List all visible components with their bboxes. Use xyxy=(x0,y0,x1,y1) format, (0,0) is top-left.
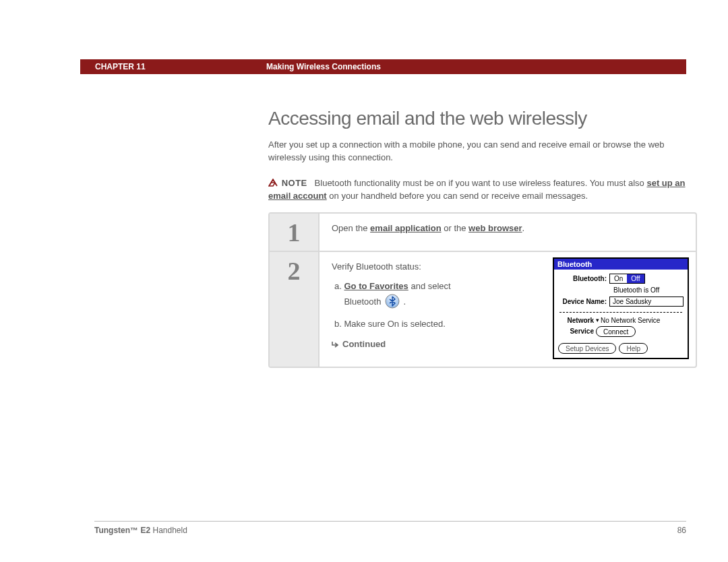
web-browser-link[interactable]: web browser xyxy=(468,223,522,233)
verify-text: Verify Bluetooth status: xyxy=(332,261,500,272)
go-to-favorites-link[interactable]: Go to Favorites xyxy=(344,281,408,291)
bluetooth-toggle-label: Bluetooth: xyxy=(558,275,609,282)
product-name-bold: Tungsten™ E2 xyxy=(94,526,150,535)
intro-paragraph: After you set up a connection with a mob… xyxy=(268,139,697,164)
toggle-off[interactable]: Off xyxy=(627,274,644,283)
note-text-before: Bluetooth functionality must be on if yo… xyxy=(315,178,647,188)
step-1-row: 1 Open the email application or the web … xyxy=(270,214,696,252)
step-1-text-before: Open the xyxy=(332,223,370,233)
bluetooth-panel: Bluetooth Bluetooth: OnOff Bluetooth is … xyxy=(553,257,689,359)
note-icon xyxy=(268,177,278,185)
step-1-mid: or the xyxy=(442,223,468,233)
device-name-field[interactable]: Joe Sadusky xyxy=(609,296,684,307)
bluetooth-status-text: Bluetooth is Off xyxy=(558,286,684,294)
page-number: 86 xyxy=(677,526,686,535)
device-name-label: Device Name: xyxy=(558,298,609,305)
page-heading: Accessing email and the web wirelessly xyxy=(268,108,697,129)
connect-button[interactable]: Connect xyxy=(596,326,636,337)
note-label: NOTE xyxy=(282,178,307,188)
help-button[interactable]: Help xyxy=(619,343,648,354)
page-footer: Tungsten™ E2 Handheld 86 xyxy=(94,521,686,535)
bluetooth-panel-title: Bluetooth xyxy=(554,259,688,270)
step-1-body: Open the email application or the web br… xyxy=(320,214,696,251)
setup-devices-button[interactable]: Setup Devices xyxy=(558,343,616,354)
panel-divider xyxy=(559,312,682,313)
email-application-link[interactable]: email application xyxy=(370,223,441,233)
chapter-number: CHAPTER 11 xyxy=(80,62,266,71)
continued-text: Continued xyxy=(342,339,386,349)
chapter-title: Making Wireless Connections xyxy=(266,62,381,71)
step-2-body: Verify Bluetooth status: a. Go to Favori… xyxy=(320,252,696,367)
note-block: NOTE Bluetooth functionality must be on … xyxy=(268,177,697,203)
dropdown-arrow-icon[interactable]: ▾ xyxy=(596,317,601,323)
step-2a-mid: and select xyxy=(408,281,451,291)
product-name: Tungsten™ E2 Handheld xyxy=(94,526,187,535)
step-1-number: 1 xyxy=(270,214,320,251)
step-2a-end: . xyxy=(401,296,406,307)
service-label: Service xyxy=(559,327,596,335)
bluetooth-on-off-toggle[interactable]: OnOff xyxy=(609,274,645,284)
bluetooth-icon xyxy=(385,294,400,309)
network-value: No Network Service xyxy=(601,317,660,324)
product-name-rest: Handheld xyxy=(150,526,187,535)
step-2a-indent: Bluetooth xyxy=(344,296,384,307)
network-label: Network xyxy=(559,317,596,324)
step-1-after: . xyxy=(522,223,525,233)
continued-arrow-icon xyxy=(332,340,340,346)
steps-box: 1 Open the email application or the web … xyxy=(268,212,697,368)
step-2a-prefix: a. xyxy=(334,281,344,291)
step-2b: b. Make sure On is selected. xyxy=(332,316,500,332)
chapter-header-bar: CHAPTER 11 Making Wireless Connections xyxy=(80,59,686,74)
note-text-after: on your handheld before you can send or … xyxy=(327,191,588,201)
step-2-number: 2 xyxy=(270,252,320,367)
toggle-on[interactable]: On xyxy=(610,274,627,283)
continued-label: Continued xyxy=(332,339,500,349)
main-content: Accessing email and the web wirelessly A… xyxy=(268,108,697,368)
step-2-row: 2 Verify Bluetooth status: a. Go to Favo… xyxy=(270,252,696,367)
